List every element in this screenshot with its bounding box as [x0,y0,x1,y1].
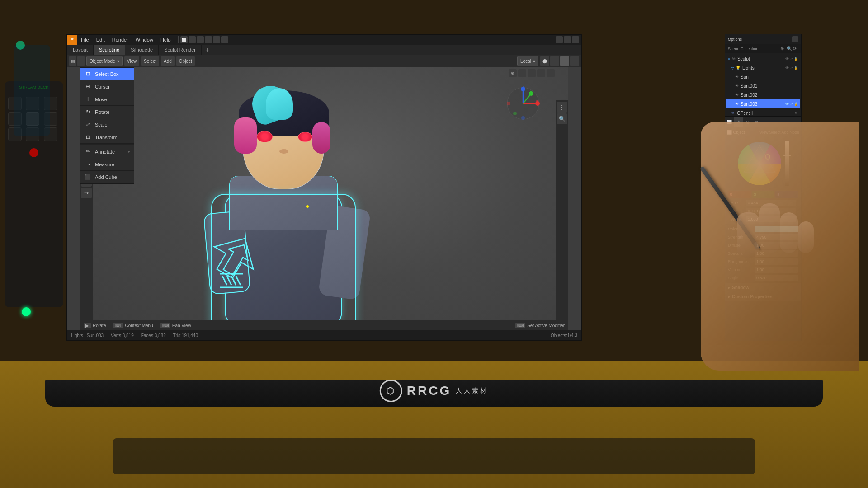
header-icon-1[interactable]: ▤ [69,56,76,66]
rrcg-logo: ⬡ RRCG 人人素材 [380,380,488,402]
mode-selector[interactable]: Object Mode ▾ [86,56,123,66]
menu-edit[interactable]: Edit [93,35,108,45]
status-objects: Objects:1/4.3 [551,333,577,338]
topbar-icon-right-1[interactable] [556,36,563,43]
tree-sun-003[interactable]: ☀ Sun.003 👁 ↗ 🔒 [726,99,800,108]
transform-icon: ⊞ [84,134,91,141]
tree-sun-1[interactable]: ☀ Sun [726,72,800,81]
status-lights: Lights | Sun.003 [71,333,104,338]
shading-solid[interactable]: ⬤ [540,56,549,66]
workspace-tabs: Layout Sculpting Silhouette Sculpt Rende… [67,45,581,55]
outliner-search[interactable]: 🔍 [787,46,792,52]
shading-wire[interactable] [570,56,579,66]
overlay-btn-3[interactable] [528,69,536,77]
viewport-gizmo[interactable]: X Y Z [505,85,541,122]
tool-item-scale[interactable]: ⤢ Scale [80,118,134,131]
cursor-icon: ⊕ [84,83,91,90]
header-icon-2[interactable] [77,56,85,66]
topbar-icon-right-3[interactable] [572,36,579,43]
tab-layout[interactable]: Layout [67,45,94,55]
toolbar-icon-5[interactable] [213,36,220,43]
stream-deck-led [22,307,31,316]
hair-teal-2 [266,88,293,120]
shading-material[interactable] [550,56,559,66]
outliner-sync[interactable]: ⟳ [793,46,798,52]
view-btn[interactable]: View [124,56,140,66]
add-btn[interactable]: Add [161,56,175,66]
finger-1 [737,212,760,258]
svg-point-26 [521,116,525,120]
tab-add[interactable]: + [202,46,212,53]
tree-lights[interactable]: ▿ 💡 Lights 👁 ↗ 🔒 [726,63,800,72]
blender-screen: File Edit Render Window Help ⬜ Layout Sc… [66,34,582,341]
viewport-shading[interactable]: Local▾ [517,56,538,66]
character-area: X Y Z ⊕ [80,67,568,330]
move-icon: ✛ [84,96,91,103]
props-options-label: Options [728,37,742,42]
tab-silhouette[interactable]: Silhouette [125,45,159,55]
hand-overlay [701,122,859,371]
sidebar-btn-2[interactable]: 🔍 [557,113,567,124]
set-active-hint: ⌨ Set Active Modifier [515,323,565,328]
toolbar-icon-4[interactable] [205,36,212,43]
shading-rendered[interactable] [560,56,569,66]
props-header: Options [725,34,801,44]
object-btn[interactable]: Object [176,56,195,66]
set-active-key: ⌨ [515,323,525,328]
tool-item-rotate[interactable]: ↻ Rotate [80,106,134,118]
tab-sculpt-render[interactable]: Sculpt Render [159,45,202,55]
eye-left [257,131,273,142]
measure-icon: ⊸ [84,161,91,168]
toolbar-icon-2[interactable] [189,36,196,43]
tool-item-move[interactable]: ✛ Move [80,93,134,106]
tree-sun-001[interactable]: ☀ Sun.001 [726,81,800,90]
overlay-btn-5[interactable] [547,69,555,77]
toolbar-icon-3[interactable] [197,36,204,43]
select-box-icon: ⊡ [84,70,91,78]
props-filter-icon[interactable] [792,36,798,42]
tool-item-select-box[interactable]: ⊡ Select Box [80,68,134,80]
tool-item-transform[interactable]: ⊞ Transform [80,131,134,144]
tab-sculpting[interactable]: Sculpting [94,45,125,55]
menu-render[interactable]: Render [108,35,132,45]
hair-pink-2 [312,122,330,154]
laptop-keyboard [113,438,755,474]
svg-point-1 [71,38,74,40]
toolbar-icon-1[interactable]: ⬜ [180,36,188,43]
tool-item-annotate[interactable]: ✏ Annotate ▸ [80,145,134,158]
blender-logo [67,35,77,45]
rotate-icon: ↻ [84,108,91,116]
main-viewport[interactable]: X Y Z ⊕ ⊡ ⊕ ✛ ↻ ⤢ ⊞ [80,67,568,330]
outliner-filter[interactable]: ⊕ [780,46,786,52]
context-key: ⌨ [113,323,123,328]
pan-key: ⌨ [160,323,170,328]
scene-tree: ▿ ⛁ Sculpt 👁 ↗ 🔒 ▿ 💡 Lights 👁 ↗ 🔒 ☀ Sun … [725,53,801,117]
svg-text:Y: Y [529,89,532,93]
right-sidebar: ⋮ 🔍 [556,100,568,320]
menu-window[interactable]: Window [132,35,157,45]
status-bar: Lights | Sun.003 Verts:3,819 Faces:3,882… [67,330,581,340]
overlay-btn-4[interactable] [537,69,545,77]
pan-hint: ⌨ Pan View [160,323,191,328]
tool-item-add-cube[interactable]: ⬛ Add Cube [80,171,134,183]
status-tris: Tris:191,440 [173,333,198,338]
toolbar-icon-6[interactable] [221,36,228,43]
menu-help[interactable]: Help [157,35,175,45]
select-btn[interactable]: Select [141,56,159,66]
rrcg-logo-circle: ⬡ [380,380,402,402]
finger-2 [760,203,780,253]
overlay-btn-2[interactable] [518,69,526,77]
svg-line-6 [236,276,241,285]
topbar-icon-right-2[interactable] [564,36,571,43]
tree-sculpt[interactable]: ▿ ⛁ Sculpt 👁 ↗ 🔒 [726,54,800,63]
tool-measure[interactable]: ⊸ [81,188,92,198]
bg-led [16,41,25,50]
overlay-btn-1[interactable]: ⊕ [509,69,517,77]
tool-item-measure[interactable]: ⊸ Measure [80,158,134,171]
svg-marker-2 [207,227,261,285]
tool-item-cursor[interactable]: ⊕ Cursor [80,80,134,93]
sidebar-btn-1[interactable]: ⋮ [557,102,567,113]
tree-gpencil[interactable]: ✏ GPencil ✏ [726,108,800,117]
menu-file[interactable]: File [77,35,93,45]
tree-sun-002[interactable]: ☀ Sun.002 [726,90,800,99]
